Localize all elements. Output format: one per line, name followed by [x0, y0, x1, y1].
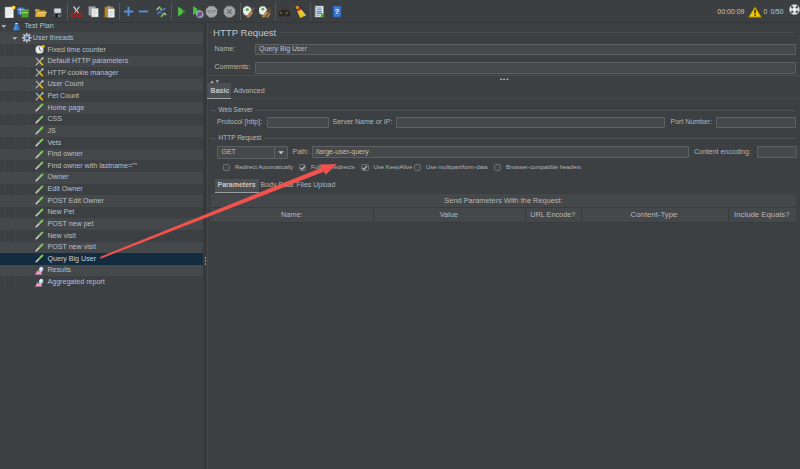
- svg-text:STOP: STOP: [208, 10, 217, 14]
- svg-text:?: ?: [335, 7, 339, 16]
